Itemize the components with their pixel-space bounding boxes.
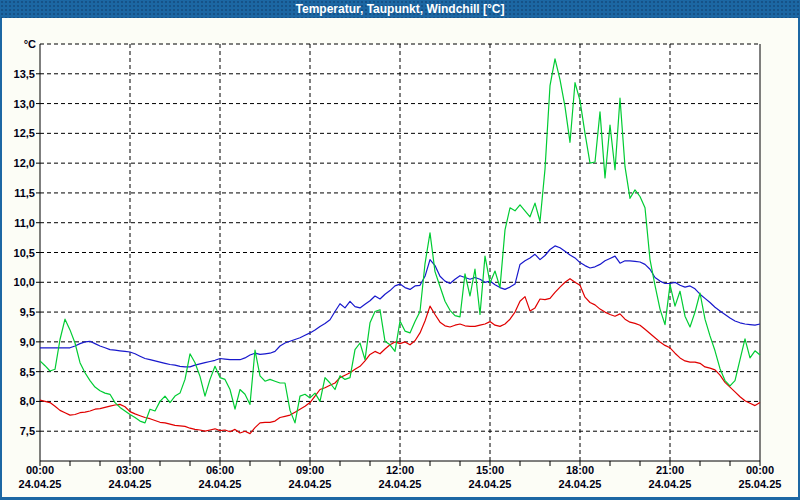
y-tick-label: 12,5 — [0, 127, 35, 139]
x-tick-date-label: 24.04.25 — [95, 478, 165, 490]
x-tick-date-label: 24.04.25 — [5, 478, 75, 490]
y-tick-label: 13,0 — [0, 98, 35, 110]
x-tick-time-label: 06:00 — [185, 464, 255, 476]
y-tick-label: 7,5 — [0, 425, 35, 437]
x-tick-date-label: 24.04.25 — [365, 478, 435, 490]
x-tick-time-label: 00:00 — [5, 464, 75, 476]
x-tick-date-label: 24.04.25 — [185, 478, 255, 490]
y-tick-label: 10,0 — [0, 276, 35, 288]
y-tick-label: 12,0 — [0, 157, 35, 169]
y-tick-label: 9,5 — [0, 306, 35, 318]
x-tick-date-label: 24.04.25 — [455, 478, 525, 490]
y-tick-label: 8,5 — [0, 366, 35, 378]
x-tick-time-label: 03:00 — [95, 464, 165, 476]
x-tick-time-label: 21:00 — [635, 464, 705, 476]
y-tick-label: 11,0 — [0, 217, 35, 229]
x-tick-time-label: 18:00 — [545, 464, 615, 476]
x-tick-time-label: 12:00 — [365, 464, 435, 476]
y-tick-label: 11,5 — [0, 187, 35, 199]
app-window: Temperatur, Taupunkt, Windchill [°C] Tem… — [0, 0, 800, 500]
x-tick-date-label: 25.04.25 — [725, 478, 795, 490]
x-tick-time-label: 15:00 — [455, 464, 525, 476]
x-tick-date-label: 24.04.25 — [545, 478, 615, 490]
y-tick-label: 9,0 — [0, 336, 35, 348]
x-tick-time-label: 00:00 — [725, 464, 795, 476]
x-tick-date-label: 24.04.25 — [275, 478, 345, 490]
y-tick-label: 8,0 — [0, 395, 35, 407]
x-tick-date-label: 24.04.25 — [635, 478, 705, 490]
y-tick-label: 13,5 — [0, 68, 35, 80]
x-tick-time-label: 09:00 — [275, 464, 345, 476]
y-tick-label: 10,5 — [0, 247, 35, 259]
plot-area[interactable] — [0, 0, 800, 500]
